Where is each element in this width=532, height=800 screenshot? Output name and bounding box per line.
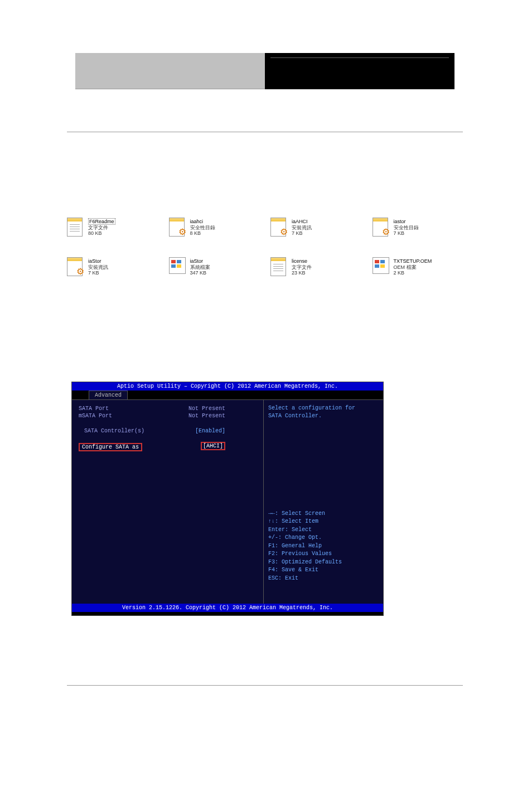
file-name-label: iaStor — [190, 258, 210, 264]
file-name-label: iastor — [394, 219, 419, 225]
bios-tab-advanced[interactable]: Advanced — [89, 391, 128, 399]
bios-help-text: Select a configuration for SATA Controll… — [268, 404, 379, 420]
file-item-iastor-sys[interactable]: iaStor 系統檔案 347 KB — [169, 257, 265, 277]
file-type-label: 文字文件 — [88, 225, 115, 231]
file-info: iaahci 安全性目錄 8 KB — [190, 219, 215, 237]
oem-file-icon — [373, 257, 390, 277]
catalog-file-icon — [169, 218, 187, 238]
header-left-grey — [75, 53, 265, 89]
file-size-label: 80 KB — [88, 230, 115, 237]
text-file-icon — [67, 218, 85, 238]
bios-nav-line: ↑↓: Select Item — [268, 518, 379, 526]
bios-value: [Enabled] — [195, 428, 259, 434]
bios-row-msata-port: mSATA Port Not Present — [76, 413, 259, 419]
bios-nav-line: Enter: Select — [268, 526, 379, 534]
file-info: F6Readme 文字文件 80 KB — [88, 219, 115, 237]
file-size-label: 7 KB — [88, 270, 108, 276]
bios-label: mSATA Port — [76, 413, 112, 419]
sys-file-icon — [169, 257, 187, 277]
file-listing-grid: F6Readme 文字文件 80 KB iaahci 安全性目錄 8 KB ia… — [67, 218, 468, 277]
bios-nav-line: F2: Previous Values — [268, 550, 379, 558]
file-item-txtsetup[interactable]: TXTSETUP.OEM OEM 檔案 2 KB — [373, 257, 469, 277]
file-info: iaStor 系統檔案 347 KB — [190, 258, 210, 276]
file-item-iaahci-inf[interactable]: iaAHCI 安裝資訊 7 KB — [270, 218, 367, 238]
file-size-label: 7 KB — [394, 230, 419, 237]
bios-selected-value: [AHCI] — [201, 442, 225, 450]
bios-help-panel: Select a configuration for SATA Controll… — [263, 400, 383, 604]
file-info: TXTSETUP.OEM OEM 檔案 2 KB — [394, 258, 432, 276]
bios-value: Not Present — [188, 406, 259, 412]
bios-label: SATA Port — [76, 406, 109, 412]
file-item-f6readme[interactable]: F6Readme 文字文件 80 KB — [67, 218, 163, 238]
page-header-bar — [75, 53, 454, 89]
bios-body: SATA Port Not Present mSATA Port Not Pre… — [72, 399, 383, 604]
bios-label: SATA Controller(s) — [76, 428, 144, 434]
inf-file-icon — [67, 257, 85, 277]
file-item-iastor-cat[interactable]: iastor 安全性目錄 7 KB — [373, 218, 469, 238]
bios-navigation-legend: →←: Select Screen ↑↓: Select Item Enter:… — [268, 510, 379, 600]
file-size-label: 7 KB — [292, 230, 312, 237]
file-name-label: F6Readme — [88, 218, 115, 225]
footer-divider — [67, 685, 463, 686]
file-size-label: 347 KB — [190, 270, 210, 276]
file-size-label: 2 KB — [394, 270, 432, 276]
bios-nav-line: F3: Optimized Defaults — [268, 558, 379, 567]
file-type-label: 安全性目錄 — [394, 225, 419, 231]
bios-nav-line: →←: Select Screen — [268, 510, 379, 518]
file-info: iastor 安全性目錄 7 KB — [394, 219, 419, 237]
file-type-label: 文字文件 — [292, 264, 312, 271]
inf-file-icon — [270, 218, 288, 238]
file-item-iastor-inf[interactable]: iaStor 安裝資訊 7 KB — [67, 257, 163, 277]
bios-help-line: Select a configuration for — [268, 404, 379, 412]
file-type-label: 安裝資訊 — [292, 225, 312, 231]
file-item-iaahci-cat[interactable]: iaahci 安全性目錄 8 KB — [169, 218, 265, 238]
file-info: license 文字文件 23 KB — [292, 258, 312, 276]
file-item-license[interactable]: license 文字文件 23 KB — [270, 257, 367, 277]
catalog-file-icon — [373, 218, 390, 238]
bios-nav-line: F1: General Help — [268, 542, 379, 551]
file-type-label: 安全性目錄 — [190, 225, 215, 231]
bios-selected-label: Configure SATA as — [79, 443, 142, 451]
bios-value: Not Present — [188, 413, 259, 419]
bios-nav-line: +/-: Change Opt. — [268, 534, 379, 542]
file-size-label: 23 KB — [292, 270, 312, 276]
bios-row-sata-port: SATA Port Not Present — [76, 406, 259, 412]
file-type-label: 安裝資訊 — [88, 264, 108, 271]
bios-footer-bar: Version 2.15.1226. Copyright (C) 2012 Am… — [72, 604, 383, 612]
section-divider — [67, 132, 463, 132]
file-name-label: license — [292, 258, 312, 264]
file-info: iaStor 安裝資訊 7 KB — [88, 258, 108, 276]
file-info: iaAHCI 安裝資訊 7 KB — [292, 219, 312, 237]
bios-title-bar: Aptio Setup Utility – Copyright (C) 2012… — [72, 382, 383, 391]
file-name-label: iaahci — [190, 219, 215, 225]
file-type-label: 系統檔案 — [190, 264, 210, 271]
text-file-icon — [270, 257, 288, 277]
bios-nav-line: F4: Save & Exit — [268, 566, 379, 575]
file-name-label: iaAHCI — [292, 219, 312, 225]
file-name-label: TXTSETUP.OEM — [394, 258, 432, 264]
header-right-black — [265, 53, 454, 89]
file-type-label: OEM 檔案 — [394, 264, 432, 271]
file-size-label: 8 KB — [190, 230, 215, 237]
bios-nav-line: ESC: Exit — [268, 575, 379, 583]
bios-setup-screenshot: Aptio Setup Utility – Copyright (C) 2012… — [71, 382, 384, 616]
bios-options-panel: SATA Port Not Present mSATA Port Not Pre… — [72, 400, 263, 604]
bios-row-configure-sata[interactable]: Configure SATA as [AHCI] — [76, 443, 259, 451]
bios-row-sata-controllers[interactable]: SATA Controller(s) [Enabled] — [76, 428, 259, 434]
bios-help-line: SATA Controller. — [268, 412, 379, 420]
file-name-label: iaStor — [88, 258, 108, 264]
